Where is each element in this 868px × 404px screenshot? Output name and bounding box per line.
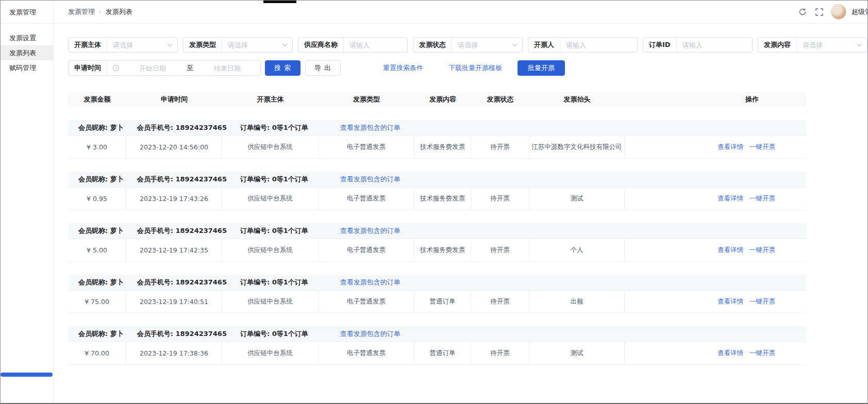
start-date-input[interactable] — [120, 61, 186, 75]
filter-input[interactable] — [677, 38, 752, 52]
group-header-row: 会员昵称: 萝卜 会员手机号: 18924237465 订单编号: 0等1个订单… — [68, 120, 806, 136]
group-header-row: 会员昵称: 萝卜 会员手机号: 18924237465 订单编号: 0等1个订单… — [68, 326, 806, 342]
export-button[interactable]: 导 出 — [305, 60, 341, 76]
order-number: 订单编号: 0等1个订单 — [240, 226, 308, 235]
download-batch-template-link[interactable]: 下载批量开票模板 — [448, 63, 502, 73]
cell-apply-time: 2023-12-20 14:56:00 — [126, 136, 222, 158]
user-avatar[interactable] — [831, 4, 846, 20]
member-nickname: 会员昵称: 萝卜 — [78, 278, 124, 287]
end-date-input[interactable] — [194, 61, 260, 75]
member-phone: 会员手机号: 18924237465 — [137, 278, 227, 287]
horizontal-scrollbar-thumb[interactable] — [1, 373, 53, 377]
sidebar-item-code-management[interactable]: 赋码管理 — [1, 60, 53, 75]
chevron-down-icon — [167, 43, 173, 47]
sidebar-item-invoice-list[interactable]: 发票列表 — [1, 45, 53, 60]
one-click-invoice-link[interactable]: 一键开票 — [749, 349, 775, 358]
one-click-invoice-link[interactable]: 一键开票 — [749, 246, 775, 255]
cell-invoice-content: 技术服务费发票 — [414, 239, 471, 261]
filter-label: 开票主体 — [69, 38, 107, 52]
sidebar-title: 发票管理 — [1, 1, 53, 24]
chevron-down-icon — [512, 43, 518, 47]
one-click-invoice-link[interactable]: 一键开票 — [749, 297, 775, 306]
cell-invoice-type: 电子普通发票 — [319, 342, 414, 364]
cell-apply-time: 2023-12-19 17:43:26 — [126, 188, 222, 210]
cell-invoice-type: 电子普通发票 — [319, 188, 414, 210]
cell-invoice-title: 测试 — [529, 188, 625, 210]
order-number: 订单编号: 0等1个订单 — [240, 329, 308, 339]
sidebar: 发票管理 发票设置 发票列表 赋码管理 — [1, 1, 54, 403]
table-header-cell: 发票类型 — [319, 92, 414, 107]
clock-icon — [112, 64, 120, 72]
member-phone: 会员手机号: 18924237465 — [137, 175, 227, 184]
view-detail-link[interactable]: 查看详情 — [717, 246, 743, 255]
filter-input[interactable] — [797, 38, 857, 52]
one-click-invoice-link[interactable]: 一键开票 — [749, 194, 775, 203]
cell-invoice-title: 出额 — [529, 291, 625, 313]
member-phone: 会员手机号: 18924237465 — [137, 123, 227, 132]
invoice-group: 会员昵称: 萝卜 会员手机号: 18924237465 订单编号: 0等1个订单… — [68, 120, 806, 159]
view-included-orders-link[interactable]: 查看发票包含的订单 — [340, 278, 400, 287]
sidebar-item-invoice-settings[interactable]: 发票设置 — [1, 30, 53, 45]
table-row: ¥ 70.00 2023-12-19 17:38:36 供应链中台系统 电子普通… — [68, 342, 806, 365]
filter-label: 申请时间 — [69, 61, 107, 75]
view-detail-link[interactable]: 查看详情 — [717, 349, 743, 358]
refresh-icon[interactable] — [798, 7, 807, 16]
member-phone: 会员手机号: 18924237465 — [137, 226, 227, 235]
breadcrumb-parent[interactable]: 发票管理 — [68, 7, 95, 16]
breadcrumb-separator-icon: › — [99, 8, 102, 15]
cell-invoice-content: 普通订单 — [414, 291, 471, 313]
cell-invoice-amount: ¥ 0.95 — [68, 188, 126, 210]
topbar: 发票管理 › 发票列表 超级管理员 — [54, 1, 867, 24]
reset-search-link[interactable]: 重置搜索条件 — [383, 63, 423, 73]
sidebar-menu: 发票设置 发票列表 赋码管理 — [1, 24, 53, 75]
invoice-group: 会员昵称: 萝卜 会员手机号: 18924237465 订单编号: 0等1个订单… — [68, 223, 806, 262]
filter-input[interactable] — [452, 38, 512, 52]
cell-actions: 查看详情 一键开票 — [625, 342, 806, 364]
user-name[interactable]: 超级管理员 — [852, 7, 868, 16]
cell-actions: 查看详情 一键开票 — [625, 188, 806, 210]
cell-invoice-type: 电子普通发票 — [319, 239, 414, 261]
view-detail-link[interactable]: 查看详情 — [717, 143, 743, 152]
cell-invoice-content: 技术服务费发票 — [414, 136, 471, 158]
filter-field: 开票主体 — [68, 37, 178, 53]
member-phone: 会员手机号: 18924237465 — [137, 329, 227, 339]
view-included-orders-link[interactable]: 查看发票包含的订单 — [340, 175, 400, 184]
date-range-separator: 至 — [186, 63, 194, 73]
cell-actions: 查看详情 一键开票 — [625, 291, 806, 313]
group-header-row: 会员昵称: 萝卜 会员手机号: 18924237465 订单编号: 0等1个订单… — [68, 275, 806, 290]
search-button[interactable]: 搜 索 — [265, 60, 301, 76]
fullscreen-icon[interactable] — [814, 7, 824, 16]
cell-actions: 查看详情 一键开票 — [625, 136, 806, 158]
filter-input[interactable] — [107, 38, 167, 52]
chevron-down-icon — [282, 43, 288, 47]
breadcrumb: 发票管理 › 发票列表 — [68, 7, 132, 16]
view-detail-link[interactable]: 查看详情 — [717, 194, 743, 203]
filter-label: 发票内容 — [758, 38, 797, 52]
filter-input[interactable] — [222, 38, 282, 52]
group-header-row: 会员昵称: 萝卜 会员手机号: 18924237465 订单编号: 0等1个订单… — [68, 172, 806, 187]
cell-actions: 查看详情 一键开票 — [625, 239, 806, 261]
order-number: 订单编号: 0等1个订单 — [240, 278, 308, 287]
batch-invoice-button[interactable]: 批量开票 — [518, 60, 565, 76]
order-number: 订单编号: 0等1个订单 — [240, 175, 308, 184]
order-number: 订单编号: 0等1个订单 — [240, 123, 308, 132]
filter-field: 发票状态 — [413, 37, 523, 53]
topbar-right: 超级管理员 — [798, 4, 868, 20]
table-header-cell: 申请时间 — [126, 92, 222, 107]
table-row: ¥ 3.00 2023-12-20 14:56:00 供应链中台系统 电子普通发… — [68, 136, 806, 159]
view-included-orders-link[interactable]: 查看发票包含的订单 — [340, 329, 400, 339]
filter-label: 订单ID — [643, 38, 677, 52]
cell-invoice-title: 江苏中源数字文化科技有限公司 — [529, 136, 625, 158]
table-header-cell: 操作 — [625, 92, 806, 107]
view-included-orders-link[interactable]: 查看发票包含的订单 — [340, 123, 400, 132]
view-included-orders-link[interactable]: 查看发票包含的订单 — [340, 226, 400, 235]
breadcrumb-current: 发票列表 — [106, 7, 132, 16]
filter-field: 开票人 — [528, 37, 638, 53]
cell-apply-time: 2023-12-19 17:42:35 — [126, 239, 222, 261]
filter-input[interactable] — [344, 38, 407, 52]
cell-invoicing-subject: 供应链中台系统 — [222, 136, 319, 158]
view-detail-link[interactable]: 查看详情 — [717, 297, 743, 306]
one-click-invoice-link[interactable]: 一键开票 — [749, 143, 775, 152]
filter-input[interactable] — [560, 38, 637, 52]
main-area: 发票管理 › 发票列表 超级管理员 — [54, 1, 867, 403]
